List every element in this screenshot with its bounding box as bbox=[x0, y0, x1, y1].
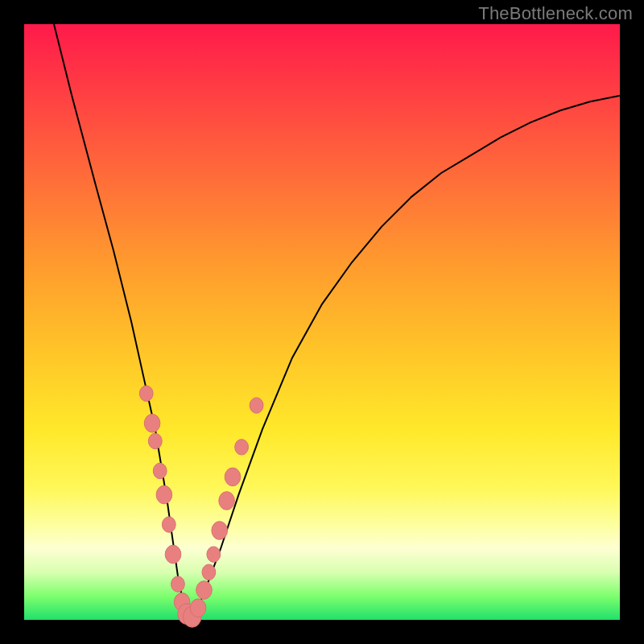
curve-marker bbox=[156, 485, 172, 504]
curve-marker bbox=[212, 522, 228, 540]
curve-marker bbox=[250, 398, 263, 413]
curve-marker bbox=[235, 440, 249, 455]
chart-frame: TheBottleneck.com bbox=[0, 0, 644, 644]
curve-marker bbox=[219, 492, 235, 510]
curve-marker bbox=[162, 517, 175, 532]
curve-marker bbox=[202, 564, 216, 580]
curve-marker bbox=[207, 547, 221, 562]
curve-marker bbox=[165, 545, 181, 564]
curve-marker bbox=[148, 433, 162, 448]
curve-marker bbox=[139, 386, 153, 401]
curve-marker bbox=[196, 581, 213, 600]
plot-area bbox=[24, 24, 620, 620]
watermark-text: TheBottleneck.com bbox=[478, 3, 633, 24]
bottleneck-curve bbox=[54, 24, 620, 620]
curve-markers bbox=[139, 386, 263, 627]
curve-marker bbox=[225, 468, 241, 486]
curve-marker bbox=[171, 576, 185, 592]
curve-svg bbox=[24, 24, 620, 620]
curve-marker bbox=[190, 599, 206, 617]
curve-marker bbox=[144, 415, 160, 433]
curve-marker bbox=[153, 463, 167, 478]
